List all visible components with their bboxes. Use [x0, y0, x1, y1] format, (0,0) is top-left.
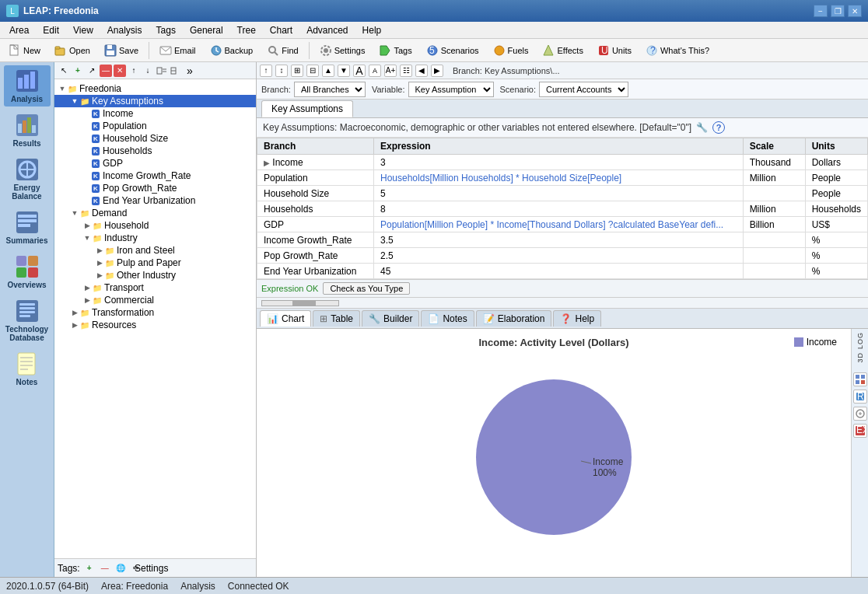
tag-add-btn[interactable]: +: [83, 562, 96, 575]
sidebar-item-energy-balance[interactable]: Energy Balance: [4, 154, 51, 204]
whats-this-button[interactable]: ? What's This?: [640, 42, 715, 59]
tree-node-end-year-urbanization[interactable]: K End Year Urbanization: [54, 194, 256, 207]
tab-key-assumptions[interactable]: Key Assumptions: [261, 100, 353, 117]
tree-node-income[interactable]: K Income: [54, 107, 256, 120]
tree-more-btn[interactable]: »: [184, 65, 196, 77]
tree-node-industry[interactable]: ▼ 📁 Industry: [54, 232, 256, 244]
save-button[interactable]: Save: [99, 42, 144, 59]
chart-ctrl-4[interactable]: EX: [853, 424, 867, 438]
tree-node-gdp[interactable]: K GDP: [54, 157, 256, 169]
expand-demand[interactable]: ▼: [70, 208, 79, 218]
settings-button[interactable]: Settings: [314, 42, 371, 59]
tree-node-transport[interactable]: ▶ 📁 Transport: [54, 281, 256, 294]
tree-expand-btn[interactable]: [156, 65, 168, 77]
backup-button[interactable]: Backup: [205, 42, 259, 59]
menu-tree[interactable]: Tree: [231, 23, 262, 37]
expand-pulp[interactable]: ▶: [95, 258, 104, 267]
tree-node-income-growth-rate[interactable]: K Income Growth_Rate: [54, 169, 256, 182]
tree-node-population[interactable]: K Population: [54, 120, 256, 132]
new-button[interactable]: New: [3, 42, 46, 59]
tree-btn-5[interactable]: ✕: [114, 65, 126, 77]
ka-help-icon[interactable]: ?: [712, 121, 725, 134]
branch-nav-btn-9[interactable]: A+: [384, 65, 397, 77]
cell-expression[interactable]: 3: [374, 155, 744, 170]
expand-transformation[interactable]: ▶: [70, 308, 79, 317]
tree-node-transformation[interactable]: ▶ 📁 Transformation: [54, 306, 256, 319]
tree-btn-2[interactable]: +: [72, 65, 84, 77]
sidebar-item-overviews[interactable]: Overviews: [4, 251, 51, 292]
menu-edit[interactable]: Edit: [37, 23, 65, 37]
expand-transport[interactable]: ▶: [82, 283, 92, 292]
bottom-tab-builder[interactable]: 🔧 Builder: [362, 310, 419, 327]
tree-node-pulp-and-paper[interactable]: ▶ 📁 Pulp and Paper: [54, 257, 256, 269]
effects-button[interactable]: Effects: [537, 42, 588, 59]
menu-chart[interactable]: Chart: [264, 23, 299, 37]
units-button[interactable]: U Units: [592, 42, 637, 59]
branch-nav-btn-10[interactable]: ☷: [400, 65, 412, 77]
branch-nav-btn-8[interactable]: A: [369, 65, 381, 77]
tree-node-household-size[interactable]: K Household Size: [54, 132, 256, 145]
tree-node-commercial[interactable]: ▶ 📁 Commercial: [54, 294, 256, 306]
branch-select[interactable]: All Branches: [294, 82, 366, 97]
expand-freedonia[interactable]: ▼: [58, 84, 67, 93]
cell-expression-link[interactable]: Households[Million Households] * Househo…: [374, 170, 744, 186]
branch-nav-btn-12[interactable]: ▶: [431, 65, 443, 77]
cell-expression[interactable]: 5: [374, 186, 744, 201]
sidebar-item-notes[interactable]: Notes: [4, 348, 51, 390]
table-row[interactable]: Pop Growth_Rate 2.5 %: [257, 248, 868, 264]
table-row[interactable]: Income Growth_Rate 3.5 %: [257, 232, 868, 248]
sidebar-item-summaries[interactable]: Summaries: [4, 207, 51, 248]
tag-remove-btn[interactable]: —: [99, 562, 111, 575]
branch-nav-btn-6[interactable]: ▼: [338, 65, 350, 77]
menu-area[interactable]: Area: [3, 23, 35, 37]
menu-analysis[interactable]: Analysis: [101, 23, 149, 37]
table-row[interactable]: Household Size 5 People: [257, 186, 868, 201]
bottom-tab-elaboration[interactable]: 📝 Elaboration: [476, 310, 552, 327]
table-row[interactable]: End Year Urbanization 45 %: [257, 264, 868, 279]
table-row[interactable]: Households 8 Million Households: [257, 201, 868, 217]
chart-ctrl-1[interactable]: [853, 372, 867, 386]
tree-node-household[interactable]: ▶ 📁 Household: [54, 219, 256, 232]
tags-button[interactable]: Tags: [373, 42, 417, 59]
branch-nav-btn-7[interactable]: A: [353, 65, 366, 77]
chart-ctrl-3[interactable]: [853, 407, 867, 421]
bottom-tab-chart[interactable]: 📊 Chart: [260, 310, 311, 327]
expand-commercial[interactable]: ▶: [82, 295, 92, 305]
sidebar-item-results[interactable]: Results: [4, 110, 51, 151]
table-row[interactable]: GDP Population[Million People] * Income[…: [257, 217, 868, 232]
branch-nav-btn-11[interactable]: ◀: [415, 65, 428, 77]
expand-household[interactable]: ▶: [82, 221, 92, 230]
tree-btn-6[interactable]: ↑: [128, 65, 140, 77]
branch-nav-btn-4[interactable]: ⊟: [306, 65, 319, 77]
tree-node-iron-and-steel[interactable]: ▶ 📁 Iron and Steel: [54, 244, 256, 257]
bottom-tab-notes[interactable]: 📄 Notes: [421, 310, 474, 327]
tag-globe-btn[interactable]: 🌐: [114, 562, 127, 575]
tree-node-households[interactable]: K Households: [54, 145, 256, 157]
branch-nav-btn-5[interactable]: ▲: [322, 65, 334, 77]
sidebar-item-technology-database[interactable]: Technology Database: [4, 295, 51, 345]
titlebar-controls[interactable]: − ❐ ✕: [814, 5, 862, 17]
minimize-button[interactable]: −: [814, 5, 828, 17]
tree-collapse-btn[interactable]: [170, 65, 182, 77]
tree-node-pop-growth-rate[interactable]: K Pop Growth_Rate: [54, 182, 256, 194]
horizontal-scrollbar[interactable]: [261, 300, 339, 306]
variable-select[interactable]: Key Assumption: [408, 82, 494, 97]
branch-nav-btn-3[interactable]: ⊞: [291, 65, 303, 77]
close-button[interactable]: ✕: [848, 5, 862, 17]
menu-general[interactable]: General: [184, 23, 229, 37]
cell-expression-link[interactable]: Population[Million People] * Income[Thou…: [374, 217, 744, 232]
menu-view[interactable]: View: [67, 23, 100, 37]
cell-expression[interactable]: 45: [374, 264, 744, 279]
tree-node-freedonia[interactable]: ▼ 📁 Freedonia: [54, 82, 256, 95]
fuels-button[interactable]: Fuels: [488, 42, 534, 59]
expand-other[interactable]: ▶: [95, 271, 104, 280]
expand-key-assumptions[interactable]: ▼: [70, 96, 79, 106]
branch-nav-btn-2[interactable]: ↕: [275, 65, 288, 77]
bottom-tab-table[interactable]: ⊞ Table: [313, 310, 360, 327]
cell-expression[interactable]: 3.5: [374, 232, 744, 248]
sidebar-item-analysis[interactable]: Analysis: [4, 65, 51, 107]
table-row[interactable]: Population Households[Million Households…: [257, 170, 868, 186]
expand-industry[interactable]: ▼: [82, 233, 92, 243]
bottom-tab-help[interactable]: ❓ Help: [553, 310, 601, 327]
tree-node-other-industry[interactable]: ▶ 📁 Other Industry: [54, 269, 256, 281]
